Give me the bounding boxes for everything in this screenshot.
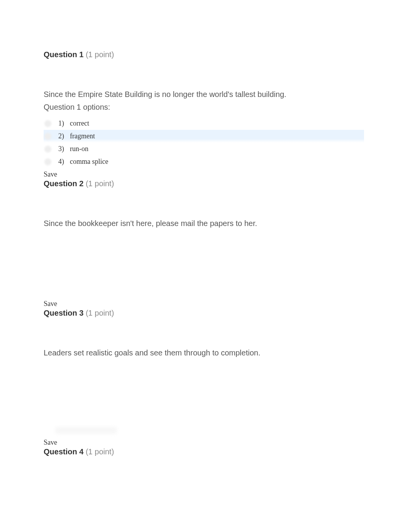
option-row-1[interactable]: 1) correct: [44, 117, 364, 130]
question-3-text: Leaders set realistic goals and see them…: [44, 348, 337, 358]
save-button-q3[interactable]: Save: [44, 439, 57, 447]
question-1-options-label: Question 1 options:: [44, 103, 410, 112]
question-4-points: (1 point): [86, 447, 114, 456]
question-1-header: Question 1 (1 point): [44, 50, 410, 59]
option-text: correct: [68, 117, 364, 130]
question-2-points: (1 point): [86, 179, 114, 188]
question-1-block: Question 1 (1 point) Since the Empire St…: [44, 50, 410, 179]
question-4-block: Question 4 (1 point): [44, 447, 410, 456]
question-2-block: Question 2 (1 point) Since the bookkeepe…: [44, 179, 410, 309]
option-number: 3): [58, 143, 68, 155]
option-number: 1): [58, 117, 68, 130]
option-row-2[interactable]: 2) fragment: [44, 130, 364, 143]
question-1-options: 1) correct 2) fragment 3) run-on 4) comm…: [44, 117, 364, 168]
question-3-label: Question 3: [44, 309, 83, 317]
question-2-header: Question 2 (1 point): [44, 179, 410, 188]
question-1-points: (1 point): [86, 50, 114, 59]
question-1-text: Since the Empire State Building is no lo…: [44, 89, 337, 100]
option-text: run-on: [68, 143, 364, 155]
question-2-label: Question 2: [44, 179, 83, 188]
option-text: comma splice: [68, 155, 364, 168]
option-text: fragment: [68, 130, 364, 143]
radio-icon[interactable]: [44, 120, 51, 127]
option-row-3[interactable]: 3) run-on: [44, 143, 364, 155]
save-button-q2[interactable]: Save: [44, 300, 57, 308]
option-row-4[interactable]: 4) comma splice: [44, 155, 364, 168]
save-button-q1[interactable]: Save: [44, 170, 57, 178]
option-number: 4): [58, 155, 68, 168]
question-1-label: Question 1: [44, 50, 83, 59]
question-3-points: (1 point): [86, 309, 114, 317]
question-3-header: Question 3 (1 point): [44, 309, 410, 318]
question-3-block: Question 3 (1 point) Leaders set realist…: [44, 309, 410, 447]
blurred-content: [55, 427, 117, 434]
radio-icon[interactable]: [44, 158, 51, 165]
option-number: 2): [58, 130, 68, 143]
radio-icon[interactable]: [44, 146, 51, 153]
question-2-text: Since the bookkeeper isn't here, please …: [44, 218, 337, 229]
question-4-label: Question 4: [44, 447, 83, 456]
radio-icon[interactable]: [44, 133, 51, 140]
question-4-header: Question 4 (1 point): [44, 447, 410, 456]
